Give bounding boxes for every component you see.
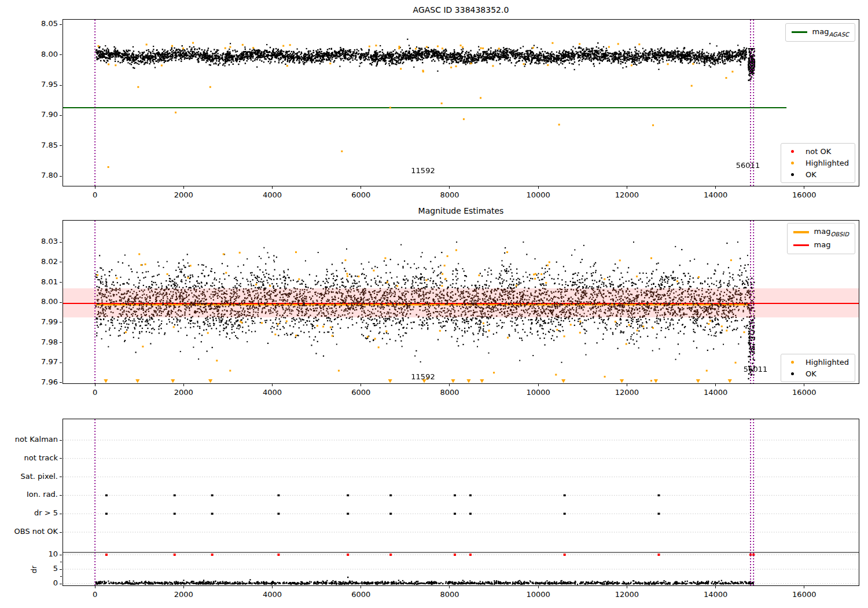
plot3-xtick-mark [627, 586, 627, 588]
plot2-ytick-label: 8.02 [23, 257, 58, 266]
plot2-xtick-mark [538, 384, 539, 386]
mag-obsid-label: magOBSID [814, 227, 849, 237]
plot2-ytick-label: 7.99 [23, 317, 58, 326]
not-ok-label: not OK [806, 147, 831, 156]
plot3-xtick-mark [449, 586, 450, 588]
plot2-xtick-label: 14000 [704, 388, 727, 397]
plot2-xtick-mark [715, 384, 716, 386]
plot2-ytick-mark [60, 242, 62, 243]
legend-item-not-ok: not OK [787, 147, 849, 156]
mag-label: mag [814, 240, 831, 251]
plot3-xtick-label: 4000 [263, 590, 282, 599]
plot1-xtick-label: 4000 [263, 191, 282, 199]
plot2-xtick-label: 16000 [792, 388, 816, 397]
plot2-ytick-mark [60, 262, 62, 262]
mag-line-swatch [793, 244, 809, 246]
plot1-ytick-label: 7.80 [23, 171, 58, 180]
plot1-xtick-mark [715, 186, 716, 189]
plot3-dr-tick-label: 0 [23, 578, 58, 587]
annotation-obsid-11592: 11592 [411, 166, 435, 175]
plot2-xtick-label: 8000 [440, 388, 459, 397]
plot3-dr-tick-mark [60, 569, 62, 570]
plot2-xtick-mark [272, 384, 273, 386]
plot1-ytick-label: 8.05 [23, 19, 58, 28]
plot2-legend-lines: magOBSID mag [787, 223, 855, 254]
plot1-xtick-mark [804, 186, 804, 189]
plot2-xtick-mark [361, 384, 361, 386]
plot2-axes [62, 220, 859, 384]
ok-marker-swatch-2 [791, 372, 794, 375]
plot2-title: Magnitude Estimates [62, 206, 859, 215]
plot3-xtick-mark [804, 586, 804, 588]
plot3-category-label-2: Sat. pixel. [0, 472, 58, 481]
plot1-xtick-label: 10000 [526, 191, 550, 199]
plot3-category-tick-mark [60, 514, 62, 514]
plot3-chart-canvas [63, 419, 859, 585]
plot1-ytick-mark [60, 145, 62, 146]
plot3-xtick-label: 16000 [792, 590, 816, 599]
plot1-title: AGASC ID 338438352.0 [62, 5, 859, 14]
plot1-xtick-mark [538, 186, 539, 189]
plot1-xtick-mark [183, 186, 184, 189]
highlighted-label-2: Highlighted [806, 358, 849, 367]
plot3-xtick-mark [715, 586, 716, 588]
not-ok-marker-swatch [791, 150, 794, 153]
highlighted-marker-swatch-2 [791, 361, 794, 364]
legend-item-ok-2: OK [787, 369, 849, 378]
ok-label-2: OK [806, 369, 816, 378]
plot1-xtick-label: 16000 [792, 191, 816, 199]
ok-label: OK [806, 170, 816, 179]
plot3-xtick-label: 2000 [174, 590, 193, 599]
plot1-ytick-label: 7.85 [23, 141, 58, 149]
plot2-ytick-mark [60, 322, 62, 323]
mag-agasc-line-swatch [792, 31, 807, 33]
plot2-ytick-label: 7.96 [23, 378, 58, 386]
plot3-xtick-mark [272, 586, 273, 588]
plot1-legend-markers: not OK Highlighted OK [781, 143, 855, 183]
plot1-xtick-label: 2000 [174, 191, 193, 199]
plot1-xtick-label: 8000 [440, 191, 459, 199]
plot3-xtick-label: 12000 [615, 590, 639, 599]
plot2-ytick-mark [60, 362, 62, 363]
plot1-ytick-mark [60, 85, 62, 86]
plot1-ytick-label: 8.00 [23, 50, 58, 58]
plot2-ytick-label: 8.03 [23, 237, 58, 246]
plot1-ytick-mark [60, 115, 62, 116]
legend-item-mag-agasc: magAGASC [792, 27, 849, 38]
plot2-ytick-label: 8.01 [23, 277, 58, 286]
plot3-category-label-5: OBS not OK [0, 527, 58, 536]
plot3-category-tick-mark [60, 458, 62, 459]
plot3-xtick-label: 14000 [704, 590, 727, 599]
plot3-dr-tick-label: 10 [23, 550, 58, 558]
plot3-dr-tick-mark [60, 584, 62, 584]
legend-item-mag-obsid: magOBSID [793, 227, 849, 237]
plot3-category-label-4: dr > 5 [0, 508, 58, 517]
highlighted-label: Highlighted [806, 159, 849, 167]
plot1-xtick-mark [95, 186, 95, 189]
legend-item-highlighted: Highlighted [787, 159, 849, 167]
plot2-xtick-mark [804, 384, 804, 386]
plot1-ytick-label: 7.90 [23, 110, 58, 119]
plot2-xtick-mark [95, 384, 95, 386]
plot3-xtick-label: 8000 [440, 590, 459, 599]
plot1-xtick-mark [449, 186, 450, 189]
plot2-xtick-mark [449, 384, 450, 386]
plot2-ytick-mark [60, 342, 62, 343]
plot3-category-tick-mark [60, 495, 62, 496]
plot2-xtick-label: 10000 [526, 388, 550, 397]
mag-agasc-label: magAGASC [812, 27, 849, 38]
legend-item-mag: mag [793, 240, 849, 251]
plot2-ytick-label: 7.98 [23, 338, 58, 346]
plot1-xtick-label: 6000 [351, 191, 370, 199]
plot1-xtick-mark [627, 186, 627, 189]
plot3-category-tick-mark [60, 477, 62, 477]
annotation-obsid-11592-2: 11592 [411, 372, 435, 381]
plot3-category-tick-mark [60, 440, 62, 441]
plot1-xtick-label: 0 [93, 191, 97, 199]
plot1-ytick-mark [60, 24, 62, 25]
plot2-xtick-label: 2000 [174, 388, 193, 397]
plot3-category-label-0: not Kalman [0, 435, 58, 444]
annotation-obsid-56011: 56011 [736, 161, 760, 170]
plot3-xtick-mark [361, 586, 361, 588]
figure-magnitude-estimates: AGASC ID 338438352.0 magAGASC not OK Hig… [0, 0, 868, 608]
